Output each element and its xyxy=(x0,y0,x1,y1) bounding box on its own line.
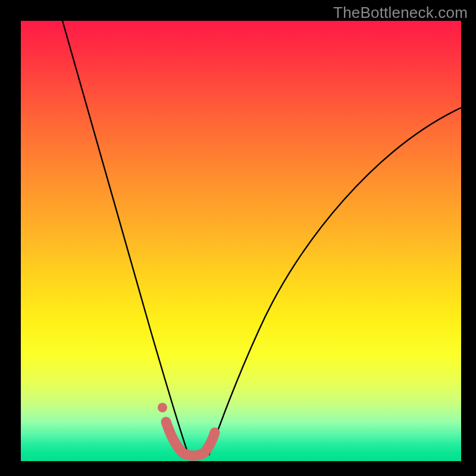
curve-layer xyxy=(21,21,461,461)
watermark-text: TheBottleneck.com xyxy=(333,4,468,22)
pink-isolated-dot xyxy=(158,403,167,412)
black-curve-right xyxy=(209,108,461,455)
black-curve-left xyxy=(62,21,189,455)
plot-area xyxy=(21,21,461,461)
chart-stage: TheBottleneck.com xyxy=(0,0,476,476)
pink-marker-segment xyxy=(166,422,215,456)
